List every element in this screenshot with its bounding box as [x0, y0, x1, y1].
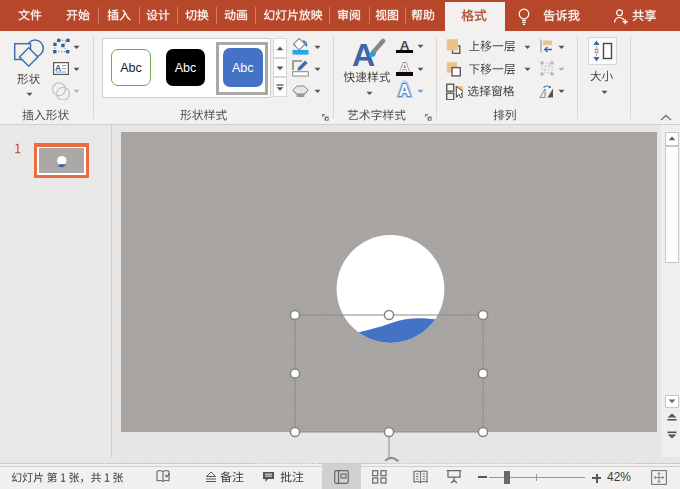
svg-text:A: A — [400, 60, 410, 73]
svg-text:A: A — [399, 81, 411, 98]
